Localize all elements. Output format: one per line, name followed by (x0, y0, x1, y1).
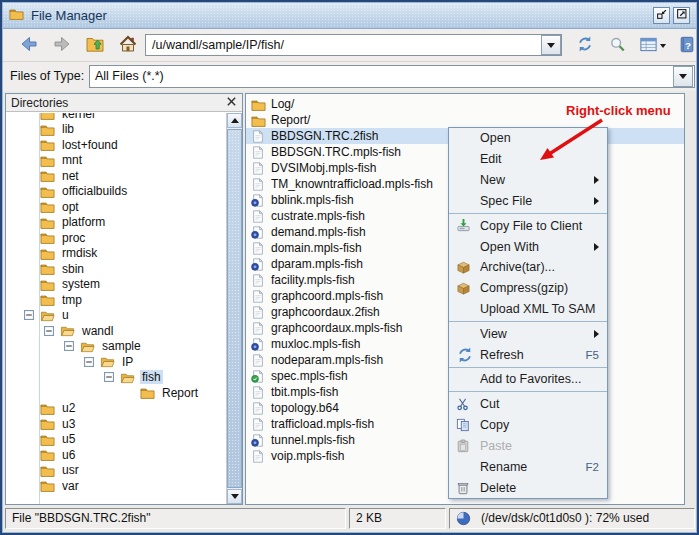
menu-item-cut[interactable]: Cut (449, 394, 607, 415)
menu-separator (449, 390, 607, 394)
tree-item-kernel[interactable]: kernel (6, 113, 225, 122)
search-button[interactable] (605, 34, 629, 58)
address-input[interactable]: /u/wandl/sample/IP/fish/ (145, 34, 562, 56)
menu-item-label: Refresh (480, 348, 524, 362)
view-button[interactable] (637, 34, 667, 58)
file-item-label: muxloc.mpls-fish (271, 337, 360, 351)
menu-item-open[interactable]: Open (449, 128, 607, 149)
file-icon (251, 353, 268, 368)
folder-closed-icon (40, 215, 55, 230)
file-manager-window: File Manager /u/wandl/sample/IP/fish/ ? … (0, 0, 699, 535)
file-item-label: graphcoordaux.mpls-fish (271, 321, 402, 335)
tree-item-platform[interactable]: platform (6, 215, 225, 231)
tree-item-mnt[interactable]: mnt (6, 153, 225, 169)
window-maximize-button[interactable] (673, 7, 690, 24)
tree-item-u3[interactable]: u3 (6, 416, 225, 432)
menu-item-edit[interactable]: Edit (449, 149, 607, 170)
tree-scrollbar[interactable] (226, 113, 242, 504)
close-directories-button[interactable] (226, 96, 237, 110)
tree-item-label: fish (140, 370, 163, 384)
tree-item-lost-found[interactable]: lost+found (6, 137, 225, 153)
folder-closed-icon (40, 416, 55, 431)
tree-item-sample[interactable]: sample (6, 339, 225, 355)
tree-expander-icon[interactable] (104, 372, 115, 383)
folder-closed-icon (40, 292, 55, 307)
tree-expander-icon[interactable] (44, 325, 55, 336)
menu-separator (449, 212, 607, 216)
menu-item-archive-tar[interactable]: Archive(tar)... (449, 257, 607, 278)
menu-item-paste: Paste (449, 435, 607, 456)
tree-item-sbin[interactable]: sbin (6, 261, 225, 277)
tree-item-tmp[interactable]: tmp (6, 292, 225, 308)
refresh-button[interactable] (573, 34, 597, 58)
home-button[interactable] (116, 34, 140, 58)
file-type-select[interactable]: All Files (*.*) (89, 65, 695, 88)
scrollbar-thumb[interactable] (227, 129, 242, 488)
window-restore-button[interactable] (653, 7, 670, 24)
tree-item-fish[interactable]: fish (6, 370, 225, 386)
view-icon (639, 35, 658, 58)
menu-item-refresh[interactable]: RefreshF5 (449, 344, 607, 365)
menu-item-add-to-favorites[interactable]: Add to Favorites... (449, 369, 607, 390)
menu-item-copy[interactable]: Copy (449, 415, 607, 436)
file-item-label: BBDSGN.TRC.mpls-fish (271, 145, 401, 159)
file-gear-icon (251, 193, 268, 208)
tree-item-label: IP (120, 355, 135, 369)
menu-item-label: Rename (480, 460, 527, 474)
svg-text:?: ? (685, 39, 691, 50)
menu-item-label: Open (480, 131, 511, 145)
tree-item-u5[interactable]: u5 (6, 432, 225, 448)
tree-item-report[interactable]: Report (6, 385, 225, 401)
tree-item-ip[interactable]: IP (6, 354, 225, 370)
menu-item-delete[interactable]: Delete (449, 477, 607, 498)
tree-item-u2[interactable]: u2 (6, 401, 225, 417)
tree-item-proc[interactable]: proc (6, 230, 225, 246)
tree-item-label: platform (60, 215, 107, 229)
window-maximize-icon (675, 7, 689, 25)
tree-item-wandl[interactable]: wandl (6, 323, 225, 339)
file-spec-icon (251, 369, 268, 384)
tree-item-system[interactable]: system (6, 277, 225, 293)
file-type-dropdown-button[interactable] (673, 66, 693, 87)
folder-closed-icon (40, 432, 55, 447)
title-bar[interactable]: File Manager (3, 3, 696, 29)
status-bar: File "BBDSGN.TRC.2fish" 2 KB (/dev/dsk/c… (2, 508, 697, 530)
menu-item-spec-file[interactable]: Spec File (449, 191, 607, 212)
file-icon (251, 305, 268, 320)
tree-item-label: u2 (60, 401, 77, 415)
tree-expander-icon[interactable] (24, 310, 35, 321)
menu-item-rename[interactable]: RenameF2 (449, 456, 607, 477)
address-dropdown-button[interactable] (541, 35, 561, 55)
menu-item-upload-xml-to-sam[interactable]: Upload XML To SAM (449, 299, 607, 320)
tree-item-officialbuilds[interactable]: officialbuilds (6, 184, 225, 200)
menu-item-new[interactable]: New (449, 170, 607, 191)
tree-expander-icon[interactable] (84, 356, 95, 367)
menu-item-compress-gzip[interactable]: Compress(gzip) (449, 278, 607, 299)
tree-item-var[interactable]: var (6, 478, 225, 494)
tree-item-rmdisk[interactable]: rmdisk (6, 246, 225, 262)
scroll-up-button[interactable] (227, 113, 242, 128)
archive-icon (456, 260, 480, 275)
tree-item-net[interactable]: net (6, 168, 225, 184)
file-item-label: spec.mpls-fish (271, 369, 348, 383)
refresh-icon (456, 346, 480, 364)
tree-item-u[interactable]: u (6, 308, 225, 324)
help-button[interactable]: ? (675, 34, 699, 58)
up-button[interactable] (83, 34, 107, 58)
tree-item-lib[interactable]: lib (6, 122, 225, 138)
triangle-down-icon (231, 494, 239, 499)
scroll-down-button[interactable] (227, 489, 242, 504)
back-button[interactable] (17, 34, 41, 58)
menu-item-copy-file-to-client[interactable]: Copy File to Client (449, 215, 607, 236)
menu-item-label: View (480, 327, 507, 341)
menu-item-open-with[interactable]: Open With (449, 236, 607, 257)
forward-button[interactable] (50, 34, 74, 58)
tree-item-usr[interactable]: usr (6, 463, 225, 479)
tree-item-label: proc (60, 231, 87, 245)
tree-item-opt[interactable]: opt (6, 199, 225, 215)
file-item-label: DVSIMobj.mpls-fish (271, 161, 376, 175)
tree-expander-icon[interactable] (64, 341, 75, 352)
help-icon: ? (678, 35, 696, 58)
tree-item-u6[interactable]: u6 (6, 447, 225, 463)
menu-item-view[interactable]: View (449, 323, 607, 344)
